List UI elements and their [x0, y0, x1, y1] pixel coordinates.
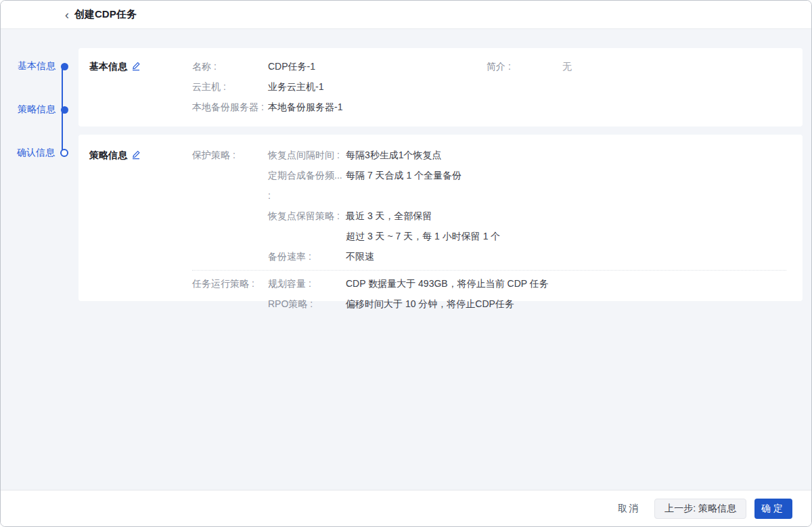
step-sidebar: 基本信息 策略信息 确认信息: [1, 30, 78, 490]
back-icon[interactable]: ‹: [65, 9, 69, 21]
protect-policy-group: 保护策略 : 恢复点间隔时间 : 每隔3秒生成1个恢复点 定期合成备份频... …: [192, 145, 786, 267]
policy-info-card: 策略信息 保护策略 : 恢复点间隔时间 : 每隔3秒生成1个恢复点 定期合成备份…: [78, 135, 803, 301]
field-label: 规划容量 :: [268, 273, 346, 294]
field-label: 云主机 :: [192, 76, 268, 97]
field-row: 恢复点间隔时间 : 每隔3秒生成1个恢复点: [268, 145, 786, 165]
run-policy-group: 任务运行策略 : 规划容量 : CDP 数据量大于 493GB，将停止当前 CD…: [192, 273, 786, 314]
field-label: 恢复点保留策略 :: [268, 206, 346, 226]
create-cdp-task-page: ‹ 创建CDP任务 基本信息 策略信息 确认信息 基本信息: [0, 0, 812, 527]
step-label[interactable]: 基本信息: [18, 60, 55, 72]
field-label: RPO策略 :: [268, 294, 346, 314]
field-value: 每隔 7 天合成 1 个全量备份: [346, 165, 461, 206]
step-policy-info[interactable]: 策略信息: [1, 104, 68, 116]
field-value: 超过 3 天 ~ 7 天，每 1 小时保留 1 个: [346, 226, 500, 246]
field-label: 简介 :: [487, 56, 562, 76]
field-value: 不限速: [346, 246, 374, 267]
step-basic-info[interactable]: 基本信息: [1, 60, 68, 72]
cancel-button[interactable]: 取消: [615, 499, 642, 519]
field-value: CDP任务-1: [268, 56, 487, 76]
field-row: 本地备份服务器 : 本地备份服务器-1: [192, 97, 786, 117]
step-confirm-info[interactable]: 确认信息: [1, 147, 68, 159]
step-dot-hollow: [60, 149, 68, 157]
main-content: 基本信息 策略信息 确认信息 基本信息 名称 : CD: [1, 30, 811, 490]
previous-step-button[interactable]: 上一步: 策略信息: [654, 499, 746, 519]
field-row: 云主机 : 业务云主机-1: [192, 76, 786, 97]
page-header: ‹ 创建CDP任务: [1, 1, 811, 29]
field-value: 无: [562, 56, 572, 76]
basic-info-card: 基本信息 名称 : CDP任务-1 简介 : 无 云主机 : 业务云主机-1 本…: [78, 48, 803, 127]
group-label: 保护策略 :: [192, 145, 268, 267]
field-label: 名称 :: [192, 56, 268, 76]
field-value: 每隔3秒生成1个恢复点: [346, 145, 442, 165]
footer-action-bar: 取消 上一步: 策略信息 确定: [1, 490, 811, 526]
group-divider: [192, 270, 786, 271]
step-dot-filled: [61, 63, 68, 70]
field-label: 本地备份服务器 :: [192, 97, 268, 117]
group-label: 任务运行策略 :: [192, 273, 268, 314]
basic-info-card-title: 基本信息: [89, 61, 127, 72]
field-row: 规划容量 : CDP 数据量大于 493GB，将停止当前 CDP 任务: [268, 273, 786, 294]
field-row: 备份速率 : 不限速: [268, 246, 786, 267]
step-dot-filled: [61, 106, 68, 114]
field-value: 业务云主机-1: [268, 76, 323, 97]
field-value: 最近 3 天，全部保留: [346, 206, 432, 226]
field-row: 恢复点保留策略 : 最近 3 天，全部保留: [268, 206, 786, 226]
page-title: 创建CDP任务: [74, 8, 137, 21]
field-label: [268, 226, 346, 246]
field-label: 备份速率 :: [268, 246, 346, 267]
field-label: 定期合成备份频... :: [268, 165, 346, 206]
field-value: 本地备份服务器-1: [268, 97, 342, 117]
field-row: 超过 3 天 ~ 7 天，每 1 小时保留 1 个: [268, 226, 786, 246]
field-row: RPO策略 : 偏移时间大于 10 分钟，将停止CDP任务: [268, 294, 786, 314]
step-label[interactable]: 策略信息: [18, 104, 55, 116]
field-row: 定期合成备份频... : 每隔 7 天合成 1 个全量备份: [268, 165, 786, 206]
policy-info-card-title: 策略信息: [89, 150, 127, 160]
field-row: 名称 : CDP任务-1 简介 : 无: [192, 56, 786, 76]
edit-icon[interactable]: [131, 58, 141, 78]
field-label: 恢复点间隔时间 :: [268, 145, 346, 165]
field-value: 偏移时间大于 10 分钟，将停止CDP任务: [346, 294, 514, 314]
confirm-button[interactable]: 确定: [754, 499, 792, 519]
step-label[interactable]: 确认信息: [17, 147, 55, 159]
field-value: CDP 数据量大于 493GB，将停止当前 CDP 任务: [346, 273, 549, 294]
edit-icon[interactable]: [131, 146, 141, 166]
